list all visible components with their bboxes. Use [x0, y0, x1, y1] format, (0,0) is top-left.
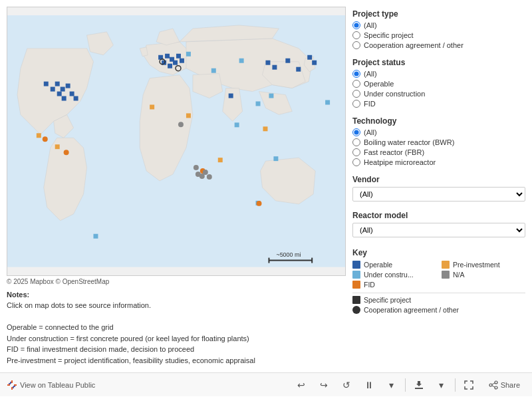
vendor-title: Vendor — [352, 175, 525, 184]
map-footer: © 2025 Mapbox © OpenStreetMap — [7, 278, 346, 285]
map-frame[interactable]: ~5000 mi — [7, 7, 346, 276]
download-button[interactable] — [410, 376, 428, 394]
pause-dropdown-button[interactable]: ▾ — [382, 376, 401, 394]
share-label: Share — [501, 381, 520, 389]
svg-rect-28 — [235, 122, 239, 127]
svg-rect-58 — [7, 384, 10, 386]
key-cooperation-label: Cooperation agreement / other — [364, 306, 459, 314]
project-type-title: Project type — [352, 9, 525, 19]
key-divider — [352, 293, 525, 293]
project-type-all[interactable]: (All) — [352, 21, 525, 29]
project-status-operable[interactable]: Operable — [352, 80, 525, 88]
svg-line-70 — [492, 386, 495, 387]
svg-rect-19 — [272, 65, 277, 70]
vendor-filter: Vendor (All) — [352, 175, 525, 201]
svg-rect-12 — [61, 87, 65, 92]
project-type-cooperation[interactable]: Cooperation agreement / other — [352, 41, 525, 49]
svg-point-49 — [207, 174, 212, 180]
fullscreen-button[interactable] — [460, 376, 478, 394]
project-status-all[interactable]: (All) — [352, 70, 525, 78]
technology-all[interactable]: (All) — [352, 128, 525, 136]
reset-button[interactable]: ↺ — [337, 376, 356, 394]
project-type-specific[interactable]: Specific project — [352, 31, 525, 39]
svg-rect-31 — [93, 234, 98, 239]
share-icon — [489, 380, 498, 390]
cooperation-icon — [352, 306, 360, 314]
project-status-title: Project status — [352, 58, 525, 67]
svg-point-48 — [203, 170, 208, 175]
svg-rect-10 — [51, 87, 55, 92]
key-operable-label: Operable — [364, 261, 392, 269]
under-construction-icon — [352, 271, 360, 279]
technology-heatpipe[interactable]: Heatpipe microreactor — [352, 158, 525, 166]
svg-rect-16 — [70, 92, 74, 96]
svg-rect-25 — [186, 52, 191, 57]
download-icon — [414, 380, 424, 390]
key-bottom: Specific project Cooperation agreement /… — [352, 296, 525, 314]
svg-rect-27 — [239, 59, 244, 63]
svg-point-41 — [43, 136, 48, 142]
svg-rect-29 — [256, 101, 261, 106]
svg-rect-9 — [44, 82, 49, 86]
svg-rect-15 — [62, 96, 66, 101]
technology-title: Technology — [352, 116, 525, 126]
svg-point-68 — [495, 386, 497, 389]
share-button[interactable]: Share — [483, 378, 525, 392]
project-status-under-construction[interactable]: Under construction — [352, 90, 525, 98]
toolbar-center: ↩ ↪ ↺ ⏸ ▾ ▾ — [292, 376, 478, 394]
world-map: ~5000 mi — [7, 7, 345, 275]
svg-rect-23 — [229, 94, 233, 98]
reactor-model-select[interactable]: (All) — [352, 223, 525, 237]
key-under-construction: Under constru... — [352, 271, 436, 279]
scale-label: ~5000 mi — [276, 251, 301, 258]
svg-rect-56 — [11, 380, 13, 383]
reactor-model-title: Reactor model — [352, 211, 525, 220]
view-on-tableau-label: View on Tableau Public — [20, 381, 95, 389]
svg-rect-7 — [176, 54, 181, 59]
svg-rect-34 — [325, 100, 330, 104]
view-on-tableau[interactable]: View on Tableau Public — [7, 380, 287, 390]
notes-line-1: Click on map dots to see source informat… — [7, 301, 151, 309]
vendor-select[interactable]: (All) — [352, 187, 525, 201]
project-status-filter: Project status (All) Operable Under cons… — [352, 58, 525, 110]
map-area: ~5000 mi © 2025 Mapbox © OpenStreetMap N… — [7, 7, 346, 366]
notes-line-2: Operable = connected to the grid — [7, 323, 114, 331]
tableau-icon — [7, 380, 17, 390]
key-fid-label: FID — [364, 281, 375, 289]
key-fid: FID — [352, 281, 436, 289]
key-title: Key — [352, 248, 525, 257]
pause-button[interactable]: ⏸ — [360, 376, 378, 394]
svg-rect-17 — [74, 96, 78, 101]
undo-button[interactable]: ↩ — [292, 376, 311, 394]
fullscreen-icon — [464, 380, 473, 390]
key-operable: Operable — [352, 261, 436, 269]
svg-point-45 — [194, 165, 199, 170]
project-status-fid[interactable]: FID — [352, 100, 525, 108]
key-section: Key Operable Pre-investment Under constr… — [352, 248, 525, 316]
svg-point-67 — [489, 384, 492, 386]
svg-rect-20 — [285, 59, 290, 63]
key-preinvestment-label: Pre-investment — [453, 261, 500, 269]
svg-rect-13 — [66, 84, 70, 88]
svg-rect-57 — [11, 387, 13, 390]
technology-bwr[interactable]: Boiling water reactor (BWR) — [352, 138, 525, 146]
fid-icon — [352, 281, 360, 289]
svg-rect-63 — [13, 386, 15, 387]
svg-point-42 — [64, 150, 69, 155]
redo-button[interactable]: ↪ — [315, 376, 333, 394]
svg-marker-65 — [416, 381, 422, 386]
key-na: N/A — [442, 271, 525, 279]
svg-point-44 — [257, 201, 262, 206]
download-dropdown-button[interactable]: ▾ — [432, 376, 451, 394]
svg-rect-59 — [14, 384, 17, 386]
reactor-model-filter: Reactor model (All) — [352, 211, 525, 237]
svg-rect-37 — [150, 104, 154, 109]
svg-rect-35 — [37, 133, 41, 138]
svg-rect-64 — [415, 388, 423, 389]
svg-point-50 — [178, 122, 184, 127]
technology-fbr[interactable]: Fast reactor (FBR) — [352, 148, 525, 156]
na-icon — [442, 271, 450, 279]
svg-rect-6 — [168, 64, 172, 68]
notes-line-5: Pre-investment = project identification,… — [7, 356, 255, 364]
svg-rect-38 — [186, 113, 191, 118]
